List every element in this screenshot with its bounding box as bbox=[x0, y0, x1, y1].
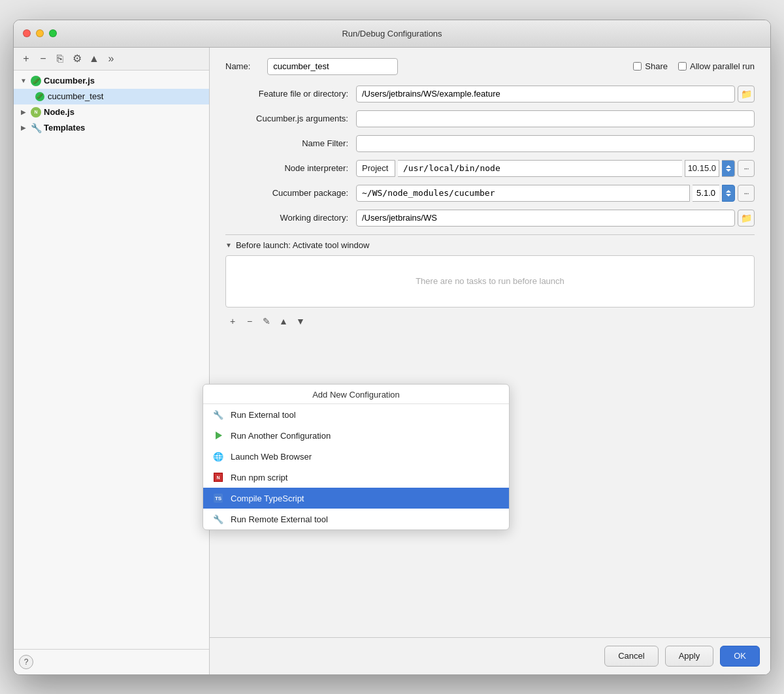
svg-marker-3 bbox=[726, 194, 731, 197]
feature-folder-button[interactable]: 📁 bbox=[738, 86, 755, 103]
node-project-label: Project bbox=[356, 160, 395, 177]
move-up-button[interactable]: ▲ bbox=[87, 52, 101, 66]
dropdown-item-label-run-npm: Run npm script bbox=[231, 473, 287, 482]
bottom-bar: Cancel Apply OK bbox=[210, 637, 770, 674]
svg-marker-2 bbox=[726, 190, 731, 193]
name-label: Name: bbox=[225, 61, 250, 71]
cucumber-package-input[interactable] bbox=[356, 185, 690, 202]
working-dir-field-group: 📁 bbox=[356, 210, 755, 227]
configuration-tree: ▼ 🥒 Cucumber.js 🥒 cucumber_test ▶ bbox=[14, 71, 209, 649]
maximize-button[interactable] bbox=[49, 29, 57, 37]
tree-label-cucumber-js: Cucumber.js bbox=[44, 76, 95, 86]
titlebar: Run/Debug Configurations bbox=[14, 20, 770, 48]
name-filter-row: Name Filter: bbox=[225, 135, 755, 152]
sidebar: + − ⎘ ⚙ ▲ » ▼ 🥒 Cucumber.js bbox=[14, 48, 210, 674]
before-launch-toolbar: + − ✎ ▲ ▼ bbox=[225, 311, 755, 331]
before-launch-collapse-arrow[interactable]: ▼ bbox=[225, 242, 232, 249]
working-dir-row: Working directory: 📁 bbox=[225, 210, 755, 227]
dropdown-item-run-another[interactable]: Run Another Configuration bbox=[203, 425, 509, 446]
minimize-button[interactable] bbox=[36, 29, 44, 37]
node-more-button[interactable]: ··· bbox=[738, 160, 755, 177]
cucumber-args-row: Cucumber.js arguments: bbox=[225, 110, 755, 127]
name-input[interactable] bbox=[267, 58, 398, 75]
compile-ts-icon: TS bbox=[212, 492, 224, 504]
tree-group-nodejs[interactable]: ▶ N Node.js bbox=[14, 104, 209, 120]
before-launch-add-button[interactable]: + bbox=[225, 314, 240, 328]
add-configuration-button[interactable]: + bbox=[19, 52, 33, 66]
parallel-checkbox-group: Allow parallel run bbox=[678, 61, 755, 71]
before-launch-header: ▼ Before launch: Activate tool window bbox=[225, 240, 755, 250]
before-launch-title: Before launch: Activate tool window bbox=[236, 240, 370, 250]
tree-label-templates: Templates bbox=[44, 123, 85, 133]
run-debug-window: Run/Debug Configurations + − ⎘ ⚙ ▲ » ▼ 🥒 bbox=[13, 20, 771, 675]
dropdown-item-run-external[interactable]: 🔧 Run External tool bbox=[203, 404, 509, 425]
dropdown-item-label-run-remote: Run Remote External tool bbox=[231, 514, 328, 524]
expand-arrow-nodejs[interactable]: ▶ bbox=[19, 108, 28, 117]
window-title: Run/Debug Configurations bbox=[342, 29, 442, 39]
expand-arrow-cucumber[interactable]: ▼ bbox=[19, 76, 28, 86]
expand-arrow-templates[interactable]: ▶ bbox=[19, 123, 28, 133]
dropdown-item-label-run-external: Run External tool bbox=[231, 410, 296, 420]
feature-row: Feature file or directory: 📁 bbox=[225, 86, 755, 103]
feature-field-group: 📁 bbox=[356, 86, 755, 103]
dropdown-item-label-launch-browser: Launch Web Browser bbox=[231, 452, 312, 462]
dropdown-title: Add New Configuration bbox=[203, 385, 509, 404]
package-version-spinner[interactable] bbox=[722, 185, 735, 202]
tree-group-templates[interactable]: ▶ 🔧 Templates bbox=[14, 120, 209, 136]
share-checkbox[interactable] bbox=[633, 62, 642, 71]
run-another-icon bbox=[212, 430, 224, 441]
tree-item-cucumber-test[interactable]: 🥒 cucumber_test bbox=[14, 89, 209, 104]
cancel-button[interactable]: Cancel bbox=[604, 646, 658, 667]
dropdown-item-compile-ts[interactable]: TS Compile TypeScript bbox=[203, 488, 509, 509]
cucumber-args-label: Cucumber.js arguments: bbox=[225, 114, 356, 123]
sidebar-bottom: ? bbox=[14, 649, 209, 674]
cucumber-args-input[interactable] bbox=[356, 110, 755, 127]
more-button[interactable]: » bbox=[104, 52, 118, 66]
traffic-lights bbox=[23, 29, 57, 37]
close-button[interactable] bbox=[23, 29, 31, 37]
add-new-configuration-dropdown[interactable]: Add New Configuration 🔧 Run External too… bbox=[203, 384, 510, 530]
working-dir-label: Working directory: bbox=[225, 213, 356, 223]
node-version-spinner[interactable] bbox=[722, 160, 735, 177]
run-remote-icon: 🔧 bbox=[212, 513, 224, 525]
launch-browser-icon: 🌐 bbox=[212, 450, 224, 462]
nodejs-icon: N bbox=[31, 107, 41, 118]
remove-configuration-button[interactable]: − bbox=[36, 52, 50, 66]
main-content: + − ⎘ ⚙ ▲ » ▼ 🥒 Cucumber.js bbox=[14, 48, 770, 674]
before-launch-edit-button[interactable]: ✎ bbox=[259, 314, 274, 328]
parallel-checkbox[interactable] bbox=[678, 62, 687, 71]
before-launch-down-button[interactable]: ▼ bbox=[293, 314, 308, 328]
node-path-input[interactable] bbox=[398, 160, 682, 177]
name-row: Name: Share Allow parallel run bbox=[225, 58, 755, 75]
apply-button[interactable]: Apply bbox=[665, 646, 714, 667]
parallel-label: Allow parallel run bbox=[690, 61, 755, 71]
cucumber-test-icon: 🥒 bbox=[35, 91, 45, 102]
copy-configuration-button[interactable]: ⎘ bbox=[53, 52, 67, 66]
before-launch-up-button[interactable]: ▲ bbox=[276, 314, 291, 328]
form-area: Name: Share Allow parallel run bbox=[210, 48, 770, 637]
package-more-button[interactable]: ··· bbox=[738, 185, 755, 202]
cucumber-package-label: Cucumber package: bbox=[225, 188, 356, 198]
dropdown-item-run-remote[interactable]: 🔧 Run Remote External tool bbox=[203, 509, 509, 529]
share-area: Share Allow parallel run bbox=[633, 61, 755, 71]
tree-group-cucumber-js[interactable]: ▼ 🥒 Cucumber.js bbox=[14, 73, 209, 89]
working-dir-folder-button[interactable]: 📁 bbox=[738, 210, 755, 227]
name-filter-input[interactable] bbox=[356, 135, 755, 152]
run-external-icon: 🔧 bbox=[212, 409, 224, 420]
help-button[interactable]: ? bbox=[19, 655, 33, 669]
before-launch-remove-button[interactable]: − bbox=[242, 314, 257, 328]
settings-button[interactable]: ⚙ bbox=[70, 52, 84, 66]
before-launch-empty-message: There are no tasks to run before launch bbox=[416, 276, 564, 286]
working-dir-input[interactable] bbox=[356, 210, 735, 227]
wrench-icon: 🔧 bbox=[31, 123, 41, 133]
feature-input[interactable] bbox=[356, 86, 735, 103]
sidebar-toolbar: + − ⎘ ⚙ ▲ » bbox=[14, 48, 209, 71]
dropdown-item-label-compile-ts: Compile TypeScript bbox=[231, 494, 304, 503]
run-npm-icon: N bbox=[212, 471, 224, 483]
ok-button[interactable]: OK bbox=[720, 646, 760, 667]
node-interpreter-label: Node interpreter: bbox=[225, 163, 356, 173]
dropdown-item-run-npm[interactable]: N Run npm script bbox=[203, 467, 509, 488]
node-version-display: 10.15.0 bbox=[685, 160, 719, 177]
section-divider bbox=[225, 234, 755, 235]
dropdown-item-launch-browser[interactable]: 🌐 Launch Web Browser bbox=[203, 446, 509, 467]
